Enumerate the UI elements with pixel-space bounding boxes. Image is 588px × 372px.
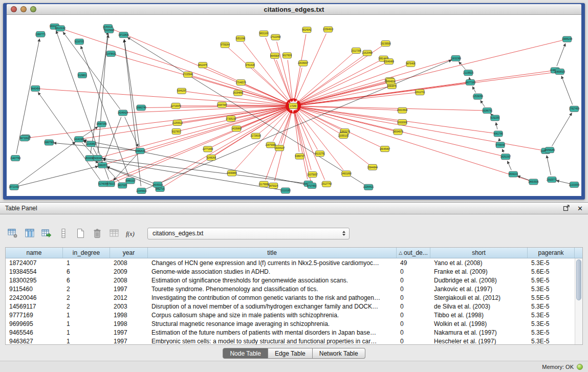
graph-node[interactable]: 14087947 bbox=[216, 102, 227, 107]
graph-node[interactable]: 20925770 bbox=[547, 177, 557, 182]
graph-node[interactable]: 22110185 bbox=[280, 188, 291, 193]
graph-node[interactable]: 18123192 bbox=[55, 26, 66, 31]
graph-edge[interactable] bbox=[107, 107, 289, 164]
graph-node[interactable]: 9351096 bbox=[236, 36, 245, 41]
graph-node[interactable]: 9761428 bbox=[246, 62, 255, 68]
graph-edge[interactable] bbox=[499, 138, 499, 140]
graph-node[interactable]: 21679308 bbox=[266, 142, 276, 148]
graph-edge[interactable] bbox=[298, 59, 452, 104]
graph-edge[interactable] bbox=[298, 71, 551, 105]
graph-node[interactable]: 14346424 bbox=[118, 110, 128, 116]
graph-node[interactable]: 9346297 bbox=[177, 88, 186, 94]
graph-node[interactable]: 22636007 bbox=[298, 60, 309, 66]
graph-edge[interactable] bbox=[298, 72, 555, 105]
graph-edge[interactable] bbox=[297, 61, 379, 104]
graph-node[interactable]: 21139525 bbox=[463, 70, 474, 76]
graph-edge[interactable] bbox=[294, 111, 311, 170]
graph-node[interactable]: 19239506 bbox=[380, 41, 391, 47]
graph-node[interactable]: 14141989 bbox=[74, 137, 84, 142]
graph-edge[interactable] bbox=[294, 111, 311, 181]
graph-node[interactable]: 9879324 bbox=[269, 183, 278, 189]
graph-node[interactable]: 18045467 bbox=[380, 146, 390, 152]
table-row[interactable]: 1456911722003Disruption of a novel membe… bbox=[6, 302, 575, 311]
graph-node[interactable]: 18482639 bbox=[135, 148, 146, 154]
graph-node[interactable]: 18721432 bbox=[9, 184, 19, 190]
graph-node[interactable]: 9837005 bbox=[118, 183, 127, 188]
graph-edge[interactable] bbox=[557, 43, 565, 66]
graph-node[interactable]: 9216705 bbox=[75, 39, 84, 45]
graph-node[interactable]: 21620465 bbox=[362, 50, 373, 56]
graph-edge[interactable] bbox=[556, 181, 570, 184]
graph-edge[interactable] bbox=[63, 32, 120, 110]
graph-node[interactable]: 9834219 bbox=[509, 171, 518, 177]
minimize-window-button[interactable] bbox=[20, 6, 27, 12]
graph-node[interactable]: 9027839 bbox=[282, 53, 292, 58]
graph-node[interactable]: 18594979 bbox=[393, 129, 403, 135]
table-row[interactable]: 969969511998Structural magnetic resonanc… bbox=[6, 319, 575, 328]
graph-node[interactable]: 18077289 bbox=[465, 80, 476, 85]
graph-edge[interactable] bbox=[517, 176, 529, 181]
graph-edge[interactable] bbox=[298, 87, 387, 105]
graph-node[interactable]: 14999865 bbox=[227, 170, 237, 176]
scrollbar-thumb[interactable] bbox=[576, 259, 581, 300]
graph-hub-node[interactable]: 17240 bbox=[289, 103, 298, 109]
graph-edge[interactable] bbox=[298, 40, 563, 105]
table-row[interactable]: 1872400712008Changes of HCN gene express… bbox=[6, 258, 575, 267]
graph-node[interactable]: 16867900 bbox=[44, 140, 55, 145]
graph-edge[interactable] bbox=[124, 39, 140, 146]
graph-edge[interactable] bbox=[481, 100, 485, 106]
graph-node[interactable]: 9524042 bbox=[302, 27, 312, 33]
graph-edge[interactable] bbox=[294, 68, 302, 101]
graph-node[interactable]: 22183862 bbox=[86, 141, 97, 147]
zoom-window-button[interactable] bbox=[30, 6, 36, 12]
new-column-icon[interactable] bbox=[74, 227, 87, 240]
graph-node[interactable]: 9129801 bbox=[78, 72, 87, 78]
function-builder-icon[interactable]: f(x) bbox=[124, 227, 138, 240]
graph-node[interactable]: 14005314 bbox=[153, 182, 163, 187]
graph-node[interactable]: 15944844 bbox=[367, 164, 378, 170]
graph-node[interactable]: 22912701 bbox=[415, 90, 425, 95]
graph-node[interactable]: 21025695 bbox=[104, 28, 115, 33]
graph-node[interactable]: 16480337 bbox=[125, 178, 136, 184]
tab-node-table[interactable]: Node Table bbox=[223, 348, 268, 359]
graph-edge[interactable] bbox=[40, 89, 289, 106]
graph-node[interactable]: 9709090 bbox=[496, 142, 505, 148]
graph-node[interactable]: 21255513 bbox=[172, 120, 183, 126]
graph-node[interactable]: 22771669 bbox=[203, 146, 213, 152]
close-window-button[interactable] bbox=[11, 6, 17, 12]
graph-edge[interactable] bbox=[508, 161, 512, 170]
graph-node[interactable]: 9389737 bbox=[295, 154, 304, 159]
graph-node[interactable]: 14339863 bbox=[231, 126, 242, 132]
network-window[interactable]: citations_edges.txt 20633504169309911859… bbox=[3, 3, 585, 200]
graph-node[interactable]: 20633504 bbox=[397, 107, 408, 113]
graph-node[interactable]: 22897771 bbox=[35, 31, 46, 37]
table-row[interactable]: 1938455462009Genome-wide association stu… bbox=[6, 267, 575, 276]
table-row[interactable]: 911546021997Tourette syndrome. Phenomeno… bbox=[6, 285, 575, 293]
column-header-pagerank[interactable]: pagerank bbox=[528, 248, 575, 258]
graph-node[interactable]: 18358289 bbox=[545, 147, 555, 153]
graph-node[interactable]: 21179999 bbox=[259, 181, 270, 187]
graph-edge[interactable] bbox=[561, 76, 573, 105]
table-row[interactable]: 946554611997Estimation of the future num… bbox=[6, 328, 575, 337]
graph-node[interactable]: 9061786 bbox=[494, 131, 503, 137]
graph-edge[interactable] bbox=[288, 60, 293, 101]
column-header-title[interactable]: title bbox=[148, 248, 397, 258]
graph-node[interactable]: 18693936 bbox=[528, 179, 539, 185]
float-panel-icon[interactable] bbox=[563, 204, 570, 213]
graph-node[interactable]: 21594913 bbox=[323, 27, 334, 32]
column-header-out_de[interactable]: △out_de... bbox=[397, 248, 430, 258]
table-row[interactable]: 2242004622012Investigating the contribut… bbox=[6, 293, 575, 302]
graph-node[interactable]: 18292307 bbox=[500, 154, 511, 160]
graph-edge[interactable] bbox=[472, 86, 475, 93]
graph-node[interactable]: 17305152 bbox=[226, 116, 236, 121]
column-header-year[interactable]: year bbox=[110, 248, 148, 258]
graph-node[interactable]: 9327857 bbox=[172, 128, 181, 134]
graph-node[interactable]: 17046576 bbox=[235, 80, 246, 85]
graph-node[interactable]: 22719976 bbox=[170, 103, 181, 108]
graph-node[interactable]: 18987356 bbox=[96, 121, 107, 127]
network-window-titlebar[interactable]: citations_edges.txt bbox=[7, 4, 581, 15]
network-graph[interactable]: 2063350416930991185949791804546715944844… bbox=[7, 15, 581, 196]
graph-edge[interactable] bbox=[502, 149, 504, 153]
tab-network-table[interactable]: Network Table bbox=[313, 348, 365, 359]
merge-table-icon[interactable] bbox=[107, 227, 121, 240]
